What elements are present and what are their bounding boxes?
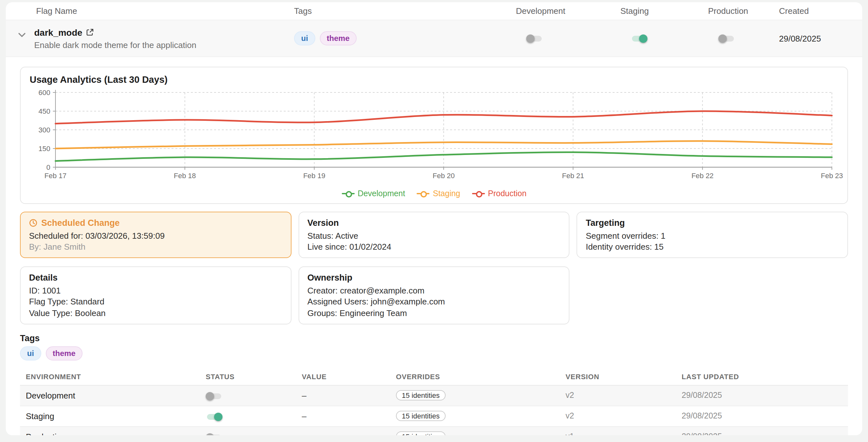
scheduled-for-text: Scheduled for: 03/03/2026, 13:59:09 [29, 230, 282, 241]
chart-legend: Development Staging Production [30, 189, 838, 198]
svg-text:600: 600 [38, 89, 50, 97]
identity-overrides: Identity overrides: 15 [586, 241, 839, 252]
env-version: v2 [565, 412, 682, 421]
environments-table: ENVIRONMENT STATUS VALUE OVERRIDES VERSI… [20, 370, 848, 435]
env-value: – [302, 411, 396, 421]
svg-text:Feb 20: Feb 20 [433, 172, 455, 180]
env-name: Staging [20, 411, 206, 421]
identities-overrides-pill[interactable]: 15 identities [396, 390, 445, 401]
tags-section-title: Tags [20, 333, 848, 343]
column-header-tags: Tags [294, 6, 516, 16]
env-col-version: VERSION [565, 373, 682, 380]
env-last-updated: 29/08/2025 [682, 412, 848, 421]
legend-line-marker-icon [341, 190, 354, 198]
scheduled-by-text: By: Jane Smith [29, 241, 282, 252]
version-card-title: Version [307, 218, 560, 228]
external-link-icon[interactable] [86, 29, 93, 36]
page: Flag Name Tags Development Staging Produ… [0, 2, 868, 442]
environments-table-header: ENVIRONMENT STATUS VALUE OVERRIDES VERSI… [20, 370, 848, 386]
flag-row: dark_mode Enable dark mode theme for the… [6, 20, 862, 57]
staging-status-toggle[interactable] [206, 413, 222, 421]
svg-text:Feb 17: Feb 17 [44, 172, 67, 180]
legend-label: Development [358, 189, 405, 198]
table-row-development: Development – 15 identities v2 29/08/202… [20, 386, 848, 406]
collapse-row-button[interactable] [17, 31, 27, 39]
version-status: Status: Active [307, 230, 560, 241]
svg-text:Feb 22: Feb 22 [691, 172, 714, 180]
version-live-since: Live since: 01/02/2024 [307, 241, 560, 252]
svg-text:Feb 23: Feb 23 [821, 172, 843, 180]
legend-item-staging[interactable]: Staging [416, 189, 460, 198]
details-card: Details ID: 1001 Flag Type: Standard Val… [20, 267, 291, 325]
clock-icon [29, 219, 37, 227]
flag-description: Enable dark mode theme for the applicati… [34, 40, 196, 49]
env-name: Development [20, 391, 206, 401]
tag-pill-theme: theme [319, 31, 356, 45]
chevron-down-icon [18, 30, 26, 39]
env-value: – [302, 391, 396, 401]
value-type: Value Type: Boolean [29, 307, 282, 318]
legend-label: Production [488, 189, 527, 198]
svg-text:300: 300 [38, 126, 50, 134]
flag-name: dark_mode [34, 27, 82, 37]
flag-tags-cell: ui theme [294, 31, 516, 45]
env-version: v1 [565, 432, 682, 435]
identities-overrides-pill[interactable]: 15 identities [396, 432, 445, 435]
column-header-production: Production [708, 6, 779, 16]
flag-type: Flag Type: Standard [29, 296, 282, 307]
legend-label: Staging [433, 189, 460, 198]
production-toggle[interactable] [718, 35, 735, 43]
table-row-staging: Staging – 15 identities v2 29/08/2025 [20, 406, 848, 427]
targeting-card: Targeting Segment overrides: 1 Identity … [577, 212, 848, 259]
scheduled-change-title: Scheduled Change [41, 218, 120, 228]
legend-line-marker-icon [416, 190, 430, 198]
env-version: v2 [565, 391, 682, 400]
legend-item-development[interactable]: Development [341, 189, 405, 198]
ownership-card: Ownership Creator: creator@example.com A… [298, 267, 569, 325]
svg-text:Feb 18: Feb 18 [174, 172, 196, 180]
column-header-flag-name: Flag Name [6, 6, 294, 16]
table-row-production: Production – 15 identities v1 29/08/2025 [20, 427, 848, 435]
version-card: Version Status: Active Live since: 01/02… [298, 212, 569, 259]
env-name: Production [20, 432, 206, 435]
env-col-value: VALUE [302, 373, 396, 380]
usage-analytics-card: Usage Analytics (Last 30 Days) 015030045… [20, 67, 848, 204]
legend-item-production[interactable]: Production [472, 189, 527, 198]
details-card-title: Details [29, 273, 282, 283]
column-header-created: Created [779, 6, 862, 16]
env-last-updated: 29/08/2025 [682, 432, 848, 435]
ownership-card-title: Ownership [307, 273, 560, 283]
svg-text:0: 0 [46, 163, 50, 171]
identities-overrides-pill[interactable]: 15 identities [396, 411, 445, 421]
tags-section: Tags ui theme [20, 333, 848, 361]
scheduled-change-card: Scheduled Change Scheduled for: 03/03/20… [20, 212, 291, 259]
column-header-development: Development [516, 6, 620, 16]
svg-text:150: 150 [38, 145, 50, 153]
development-status-toggle[interactable] [206, 392, 222, 401]
staging-toggle[interactable] [631, 35, 647, 43]
svg-text:Feb 19: Feb 19 [303, 172, 326, 180]
flag-created-date: 29/08/2025 [779, 34, 862, 43]
env-col-last-updated: LAST UPDATED [682, 373, 848, 380]
env-value: – [302, 432, 396, 435]
creator: Creator: creator@example.com [307, 285, 560, 296]
tag-pill-ui: ui [20, 346, 41, 361]
column-header-staging: Staging [620, 6, 708, 16]
svg-text:Feb 21: Feb 21 [562, 172, 584, 180]
env-last-updated: 29/08/2025 [682, 391, 848, 400]
groups: Groups: Engineering Team [307, 307, 560, 318]
chart-title: Usage Analytics (Last 30 Days) [30, 74, 838, 85]
flag-title-block: dark_mode Enable dark mode theme for the… [34, 27, 196, 49]
usage-analytics-chart: 0150300450600Feb 17Feb 18Feb 19Feb 20Feb… [30, 87, 840, 189]
tag-pill-ui: ui [294, 31, 315, 45]
svg-text:450: 450 [38, 107, 50, 115]
flag-table-header: Flag Name Tags Development Staging Produ… [6, 2, 862, 20]
tag-pill-theme: theme [45, 346, 83, 361]
production-status-toggle[interactable] [206, 433, 222, 435]
env-col-environment: ENVIRONMENT [20, 373, 206, 380]
flag-id: ID: 1001 [29, 285, 282, 296]
targeting-card-title: Targeting [586, 218, 839, 228]
flag-detail-panel: Flag Name Tags Development Staging Produ… [6, 2, 862, 435]
development-toggle[interactable] [526, 35, 543, 43]
assigned-users: Assigned Users: john@example.com [307, 296, 560, 307]
